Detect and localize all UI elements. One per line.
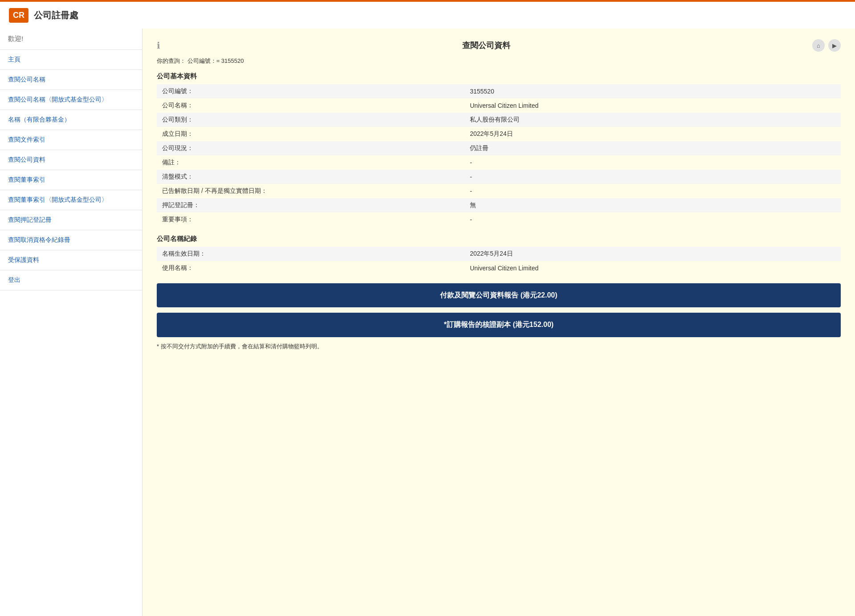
field-value: - [464, 170, 841, 184]
table-row: 重要事項： - [157, 212, 841, 227]
sidebar-item-logout[interactable]: 登出 [0, 270, 142, 290]
sidebar-item-search-document-index[interactable]: 查閱文件索引 [0, 130, 142, 150]
header-title: 公司註冊處 [34, 9, 78, 21]
field-value: - [464, 212, 841, 227]
table-row: 公司類別： 私人股份有限公司 [157, 113, 841, 127]
basic-info-table: 公司編號： 3155520 公司名稱： Universal Citizen Li… [157, 84, 841, 227]
table-row: 已告解散日期 / 不再是獨立實體日期： - [157, 184, 841, 198]
page-header-row: ℹ 查閱公司資料 ⌂ ▶ [157, 39, 841, 52]
field-value: 2022年5月24日 [464, 247, 841, 261]
name-record-table: 名稱生效日期： 2022年5月24日 使用名稱： Universal Citiz… [157, 247, 841, 275]
table-row: 押記登記冊： 無 [157, 198, 841, 212]
section-basic-title: 公司基本資料 [157, 72, 841, 81]
table-row: 清盤模式： - [157, 170, 841, 184]
table-row: 公司名稱： Universal Citizen Limited [157, 98, 841, 113]
table-row: 公司編號： 3155520 [157, 84, 841, 98]
sidebar: 歡迎! 主頁查閱公司名稱查閱公司名稱〈開放式基金型公司〉名稱（有限合夥基金）查閱… [0, 29, 142, 616]
field-value: 私人股份有限公司 [464, 113, 841, 127]
header: CR 公司註冊處 [0, 0, 855, 29]
sidebar-item-search-director-index[interactable]: 查閱董事索引 [0, 170, 142, 190]
subscribe-certified-copy-button[interactable]: *訂購報告的核證副本 (港元152.00) [157, 313, 841, 337]
query-line: 你的查詢： 公司編號：= 3155520 [157, 57, 841, 65]
field-label: 公司現況： [157, 141, 464, 155]
sidebar-item-protected-data[interactable]: 受保護資料 [0, 250, 142, 270]
table-row: 公司現況： 仍註冊 [157, 141, 841, 155]
sidebar-item-home[interactable]: 主頁 [0, 50, 142, 70]
field-value: - [464, 184, 841, 198]
section-name-record-title: 公司名稱紀錄 [157, 235, 841, 243]
sidebar-welcome: 歡迎! [0, 29, 142, 50]
info-icon: ℹ [157, 40, 160, 51]
query-label: 你的查詢： [157, 57, 186, 64]
field-label: 公司編號： [157, 84, 464, 98]
page-title: 查閱公司資料 [160, 40, 812, 51]
field-value: 2022年5月24日 [464, 127, 841, 141]
table-row: 成立日期： 2022年5月24日 [157, 127, 841, 141]
home-nav-button[interactable]: ⌂ [812, 39, 825, 52]
field-label: 名稱生效日期： [157, 247, 464, 261]
field-value: Universal Citizen Limited [464, 98, 841, 113]
sidebar-item-search-company-info[interactable]: 查閱公司資料 [0, 150, 142, 170]
field-label: 押記登記冊： [157, 198, 464, 212]
content-area: ℹ 查閱公司資料 ⌂ ▶ 你的查詢： 公司編號：= 3155520 公司基本資料… [142, 29, 855, 616]
field-label: 已告解散日期 / 不再是獨立實體日期： [157, 184, 464, 198]
field-value: 無 [464, 198, 841, 212]
field-value: 仍註冊 [464, 141, 841, 155]
sidebar-item-search-company-name[interactable]: 查閱公司名稱 [0, 70, 142, 90]
field-value: 3155520 [464, 84, 841, 98]
table-row: 名稱生效日期： 2022年5月24日 [157, 247, 841, 261]
field-value: Universal Citizen Limited [464, 261, 841, 275]
sidebar-item-search-director-open-fund[interactable]: 查閱董事索引〈開放式基金型公司〉 [0, 190, 142, 210]
sidebar-item-search-disqualification[interactable]: 查閱取消資格令紀錄冊 [0, 230, 142, 250]
table-row: 使用名稱： Universal Citizen Limited [157, 261, 841, 275]
field-label: 重要事項： [157, 212, 464, 227]
pay-view-report-button[interactable]: 付款及閱覽公司資料報告 (港元22.00) [157, 283, 841, 307]
page-nav-icons: ⌂ ▶ [812, 39, 841, 52]
sidebar-item-name-limited-partnership[interactable]: 名稱（有限合夥基金） [0, 110, 142, 130]
footnote: * 按不同交付方式附加的手續費，會在結算和清付購物籃時列明。 [157, 343, 841, 351]
field-label: 公司類別： [157, 113, 464, 127]
forward-nav-button[interactable]: ▶ [828, 39, 841, 52]
field-label: 備註： [157, 155, 464, 170]
main-layout: 歡迎! 主頁查閱公司名稱查閱公司名稱〈開放式基金型公司〉名稱（有限合夥基金）查閱… [0, 29, 855, 616]
field-value: - [464, 155, 841, 170]
field-label: 使用名稱： [157, 261, 464, 275]
cr-logo: CR [9, 8, 28, 23]
sidebar-item-search-open-fund[interactable]: 查閱公司名稱〈開放式基金型公司〉 [0, 90, 142, 110]
field-label: 公司名稱： [157, 98, 464, 113]
table-row: 備註： - [157, 155, 841, 170]
query-text: 公司編號：= 3155520 [187, 57, 244, 64]
field-label: 清盤模式： [157, 170, 464, 184]
field-label: 成立日期： [157, 127, 464, 141]
sidebar-item-search-charge-register[interactable]: 查閱押記登記冊 [0, 210, 142, 230]
